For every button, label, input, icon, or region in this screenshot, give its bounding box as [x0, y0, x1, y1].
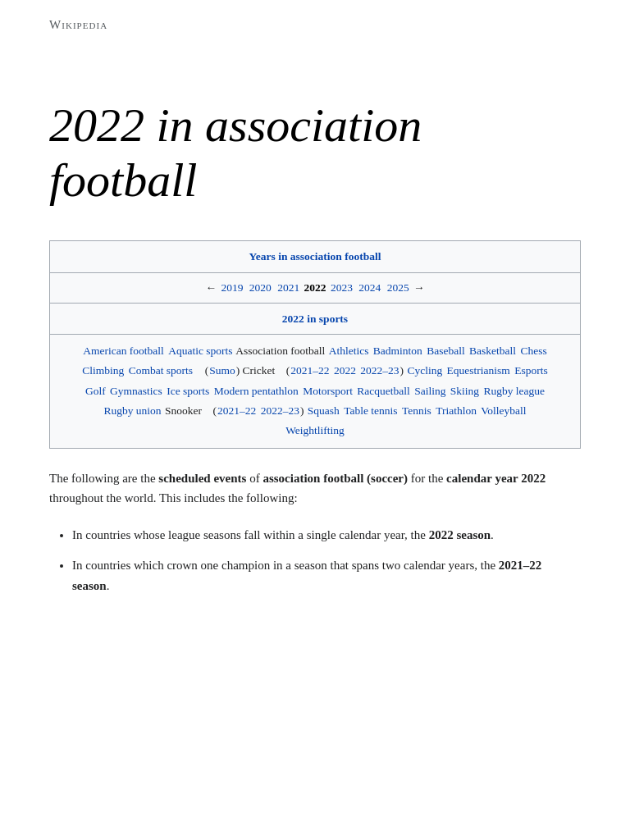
bold-scheduled-events: scheduled events [158, 472, 246, 485]
sport-basketball[interactable]: Basketball [469, 345, 516, 357]
navbox-years-row: ← 2019 2020 2021 2022 2023 2024 2025 → [50, 273, 580, 304]
snooker-2022-23[interactable]: 2022–23 [261, 404, 299, 417]
arrow-right: → [413, 281, 425, 294]
cricket-years-paren-open: ( [286, 364, 290, 377]
sport-weightlifting[interactable]: Weightlifting [285, 424, 345, 436]
snooker-paren-open: ( [213, 404, 217, 417]
navbox-sports-title: 2022 in sports [50, 304, 580, 336]
bold-association-football: association football (soccer) [262, 472, 408, 485]
sport-table-tennis[interactable]: Table tennis [344, 404, 397, 417]
sport-tennis[interactable]: Tennis [402, 404, 431, 417]
bullet-item-2: In countries which crown one champion in… [72, 555, 581, 596]
navbox-sports-links: American football Aquatic sports Associa… [50, 335, 580, 447]
sport-aquatic-sports[interactable]: Aquatic sports [168, 345, 232, 357]
sport-squash[interactable]: Squash [308, 404, 340, 417]
sport-snooker-plain: Snooker [165, 404, 202, 417]
cricket-2022[interactable]: 2022 [334, 364, 356, 377]
snooker-paren-close: ) [300, 404, 304, 417]
sport-modern-pentathlon[interactable]: Modern pentathlon [214, 385, 299, 397]
sport-motorsport[interactable]: Motorsport [303, 385, 353, 397]
cricket-2022-23[interactable]: 2022–23 [360, 364, 399, 377]
sport-esports[interactable]: Esports [514, 364, 548, 377]
logo-text: Wikipedia [49, 18, 107, 31]
sport-chess[interactable]: Chess [520, 345, 546, 357]
sport-volleyball[interactable]: Volleyball [481, 404, 526, 417]
sport-rugby-union[interactable]: Rugby union [103, 404, 161, 417]
sport-sumo-paren-close: ) [236, 364, 240, 377]
sport-combat-sports[interactable]: Combat sports [129, 364, 193, 377]
sport-baseball[interactable]: Baseball [427, 345, 465, 357]
sport-association-football-plain: Association football [235, 345, 325, 357]
navbox: Years in association football ← 2019 202… [49, 240, 581, 448]
sport-athletics[interactable]: Athletics [329, 345, 369, 357]
sport-rugby-league[interactable]: Rugby league [483, 385, 545, 397]
bold-2021-22-season: 2021–22 season [72, 559, 541, 592]
sport-gymnastics[interactable]: Gymnastics [110, 385, 162, 397]
bold-calendar-year: calendar year 2022 [446, 472, 546, 485]
bullet-item-1: In countries whose league seasons fall w… [72, 525, 581, 546]
year-2024-link[interactable]: 2024 [358, 281, 381, 294]
sport-triathlon[interactable]: Triathlon [436, 404, 477, 417]
bullet-list: In countries whose league seasons fall w… [72, 525, 581, 596]
sport-american-football[interactable]: American football [83, 345, 164, 357]
sport-racquetball[interactable]: Racquetball [357, 385, 409, 397]
year-2025-link[interactable]: 2025 [387, 281, 409, 294]
year-2019-link[interactable]: 2019 [221, 281, 243, 294]
wikipedia-header: Wikipedia [0, 0, 630, 49]
cricket-years-paren-close: ) [400, 364, 404, 377]
sport-sumo[interactable]: Sumo [209, 364, 235, 377]
year-2022-current: 2022 [304, 281, 326, 294]
year-2021-link[interactable]: 2021 [277, 281, 299, 294]
bold-2022-season: 2022 season [429, 528, 491, 541]
sport-sumo-paren-open: ( [205, 364, 209, 377]
sport-ice-sports[interactable]: Ice sports [167, 385, 209, 397]
sport-cricket-plain: Cricket [243, 364, 276, 377]
year-2020-link[interactable]: 2020 [249, 281, 272, 294]
page-title: 2022 in association football [49, 98, 581, 208]
navbox-years-title: Years in association football [50, 241, 580, 273]
sport-badminton[interactable]: Badminton [373, 345, 422, 357]
page-content: 2022 in association football Years in as… [0, 98, 630, 596]
cricket-2021-22[interactable]: 2021–22 [290, 364, 329, 377]
intro-paragraph: The following are the scheduled events o… [49, 468, 581, 509]
sport-cycling[interactable]: Cycling [407, 364, 442, 377]
wikipedia-logo: Wikipedia [0, 0, 630, 49]
sport-skiing[interactable]: Skiing [450, 385, 479, 397]
2022-in-sports-link[interactable]: 2022 in sports [282, 313, 348, 325]
sport-equestrianism[interactable]: Equestrianism [447, 364, 510, 377]
years-association-football-link[interactable]: Years in association football [249, 250, 381, 262]
snooker-2021-22[interactable]: 2021–22 [217, 404, 256, 417]
sport-sailing[interactable]: Sailing [414, 385, 445, 397]
arrow-left: ← [206, 281, 217, 294]
year-2023-link[interactable]: 2023 [331, 281, 353, 294]
sport-climbing[interactable]: Climbing [82, 364, 124, 377]
sport-golf[interactable]: Golf [85, 385, 106, 397]
